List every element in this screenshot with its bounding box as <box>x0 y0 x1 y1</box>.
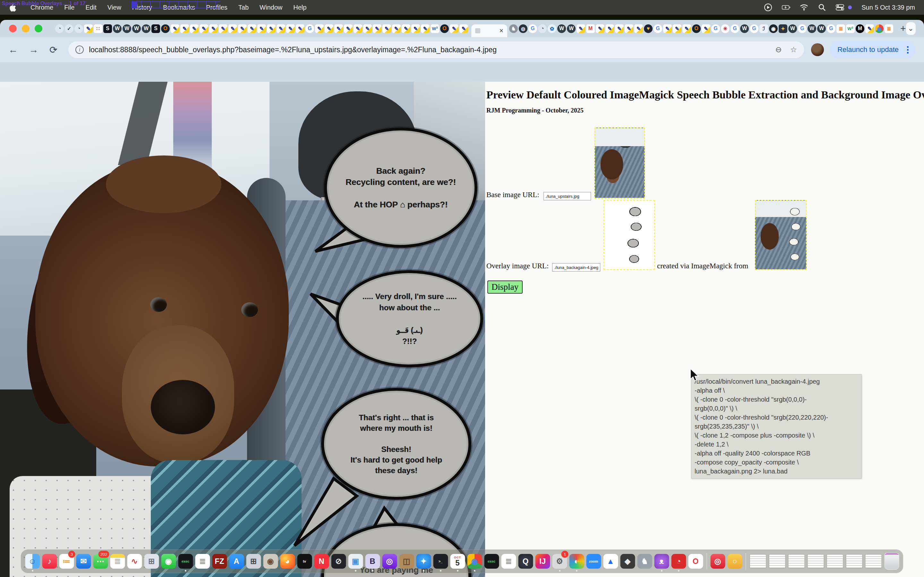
tab-favicon-pencil[interactable]: ✎ <box>171 24 179 33</box>
spotlight-search-icon[interactable] <box>818 3 826 11</box>
dock-item-mamp[interactable]: ♞ <box>637 551 652 571</box>
tab-favicon-gear[interactable]: ✿ <box>548 24 556 33</box>
battery-icon[interactable] <box>782 3 790 11</box>
tab-favicon-pencil[interactable]: ✎ <box>248 24 256 33</box>
menu-clock[interactable]: Sun 5 Oct 3:39 pm <box>861 4 915 11</box>
tab-favicon-google[interactable]: G <box>730 24 739 33</box>
tab-favicon-pencil[interactable]: ✎ <box>209 24 218 33</box>
dock-item-opera[interactable]: O <box>688 551 703 571</box>
dock-item-messages[interactable]: ⋯ 202 <box>93 551 108 571</box>
dock-item-facetime[interactable]: ◉ <box>161 551 176 571</box>
tab-favicon-pencil[interactable]: ✎ <box>459 24 468 33</box>
tab-favicon-pencil[interactable]: ✎ <box>411 24 420 33</box>
dock-item-maps-3d[interactable]: ▲ <box>603 551 618 571</box>
dock-item-minimized-window-4[interactable] <box>846 551 863 571</box>
dock-item-cat-app[interactable]: ᴥ <box>654 551 669 571</box>
base-image-input[interactable] <box>543 192 591 200</box>
tab-favicon-pencil[interactable]: ✎ <box>286 24 295 33</box>
playback-icon[interactable] <box>764 3 772 11</box>
dock-item-speedtest[interactable]: ◔ <box>671 551 686 571</box>
tab-favicon-gmail[interactable]: M <box>586 24 595 33</box>
dock-item-minimized-window-5[interactable] <box>865 551 882 571</box>
dock-item-photo-booth[interactable]: ◎ <box>710 551 725 571</box>
dock-item-notes[interactable]: ≣ <box>110 551 125 571</box>
relaunch-to-update-button[interactable]: Relaunch to update <box>830 41 916 58</box>
overlay-image-input[interactable] <box>552 263 600 271</box>
tab-favicon-pencil[interactable]: ✎ <box>190 24 199 33</box>
tab-favicon-pencil[interactable]: ✎ <box>402 24 410 33</box>
dock-item-mail[interactable]: ✉ <box>76 551 91 571</box>
tab-favicon-pencil[interactable]: ✎ <box>334 24 343 33</box>
browser-menu-kebab-icon[interactable] <box>905 46 911 53</box>
tab-favicon-pencil[interactable]: ✎ <box>450 24 459 33</box>
dock-item-news[interactable]: N <box>314 551 329 571</box>
dock-item-firefox[interactable]: ◕ <box>280 551 295 571</box>
dock-item-bbedit[interactable]: B <box>365 551 380 571</box>
tab-favicon-cursive[interactable]: ℐ <box>759 24 768 33</box>
dock-item-filezilla[interactable]: FZ <box>212 551 227 571</box>
dock-item-inkscape[interactable]: ◆ <box>620 551 635 571</box>
tab-favicon-heart[interactable]: ♥ <box>644 24 653 33</box>
tab-favicon-w3[interactable]: w³ <box>431 24 439 33</box>
tab-close-icon[interactable]: × <box>499 27 503 34</box>
tab-favicon-wp[interactable]: W <box>113 24 121 33</box>
menu-item-View[interactable]: View <box>102 0 127 15</box>
tab-favicon-pencil[interactable]: ✎ <box>200 24 208 33</box>
display-button[interactable]: Display <box>487 280 523 293</box>
tab-favicon-google[interactable]: G <box>750 24 758 33</box>
tab-favicon-pencil[interactable]: ✎ <box>296 24 304 33</box>
dock-item-exec-app[interactable]: exec <box>178 551 193 571</box>
dock-item-calendar[interactable]: OCT 5 <box>450 551 465 571</box>
tab-favicon-pencil[interactable]: ✎ <box>325 24 333 33</box>
tab-favicon-wp[interactable]: W <box>740 24 749 33</box>
dock-item-safari[interactable]: ✦ <box>416 551 431 571</box>
dock-item-calculator[interactable]: ⊞ <box>246 551 261 571</box>
tab-favicon-pencil[interactable]: ✎ <box>865 24 874 33</box>
tab-favicon-pencil[interactable]: ✎ <box>228 24 237 33</box>
dock-item-minimized-window-2[interactable] <box>807 551 825 571</box>
dock-item-grapher[interactable]: ∿ <box>127 551 142 571</box>
tab-favicon-github[interactable]: ◉ <box>769 24 778 33</box>
dock-item-textedit[interactable]: ≣ <box>195 551 210 571</box>
tab-favicon-pencil[interactable]: ✎ <box>682 24 691 33</box>
tab-search-chevron-icon[interactable]: ⌄ <box>906 22 916 35</box>
tab-favicon-check[interactable]: ✓ <box>65 24 73 33</box>
tab-favicon-pencil[interactable]: ✎ <box>315 24 324 33</box>
dock-item-finder[interactable]: ☺ <box>25 551 40 571</box>
tab-favicon-so[interactable]: ≣ <box>837 24 845 33</box>
tab-favicon-pencil[interactable]: ✎ <box>219 24 228 33</box>
back-button[interactable]: ← <box>8 44 18 55</box>
dock-item-gimp[interactable]: ◉ <box>263 551 278 571</box>
dock-item-trash[interactable] <box>884 551 899 571</box>
dock-item-apple-tv[interactable]: tv <box>297 551 312 571</box>
dock-item-quicktime[interactable]: Q <box>518 551 533 571</box>
tab-favicon-wp[interactable]: W <box>132 24 141 33</box>
tab-favicon-wp[interactable]: W <box>808 24 816 33</box>
tab-favicon-wp[interactable]: W <box>788 24 797 33</box>
dock-item-music[interactable]: ♪ <box>42 551 57 571</box>
dock-item-contacts[interactable]: ◫ <box>399 551 414 571</box>
tab-favicon-pencil[interactable]: ✎ <box>606 24 614 33</box>
zoom-out-icon[interactable]: ⊖ <box>775 45 782 54</box>
tab-favicon-medium[interactable]: M <box>856 24 864 33</box>
tab-favicon-sdark[interactable]: S <box>103 24 112 33</box>
dock-item-separator[interactable] <box>705 551 708 571</box>
tab-favicon-pencil[interactable]: ✎ <box>373 24 381 33</box>
tab-favicon-pencil[interactable]: ✎ <box>702 24 710 33</box>
dock-item-paint[interactable]: ◐ <box>569 551 584 571</box>
forward-button[interactable]: → <box>29 44 39 55</box>
tab-favicon-pencil[interactable]: ✎ <box>421 24 430 33</box>
tab-favicon-pencil[interactable]: ✎ <box>267 24 276 33</box>
dock-item-minimized-window-3[interactable] <box>827 551 844 571</box>
tab-favicon-pencil[interactable]: ✎ <box>615 24 624 33</box>
tab-favicon-globe[interactable]: ◍ <box>519 24 527 33</box>
dock-item-zoom-app[interactable]: zoom <box>586 551 601 571</box>
tab-favicon-pencil[interactable]: ✎ <box>354 24 362 33</box>
tab-favicon-pencil[interactable]: ✎ <box>257 24 266 33</box>
dock-item-minimized-window-1[interactable] <box>788 551 805 571</box>
close-window-button[interactable] <box>9 25 17 32</box>
dock-item-doc-text[interactable] <box>769 551 786 571</box>
tab-favicon-pencil[interactable]: ✎ <box>276 24 285 33</box>
tab-favicon-pencil[interactable]: ✎ <box>673 24 682 33</box>
tab-favicon-so[interactable]: ≣ <box>885 24 893 33</box>
